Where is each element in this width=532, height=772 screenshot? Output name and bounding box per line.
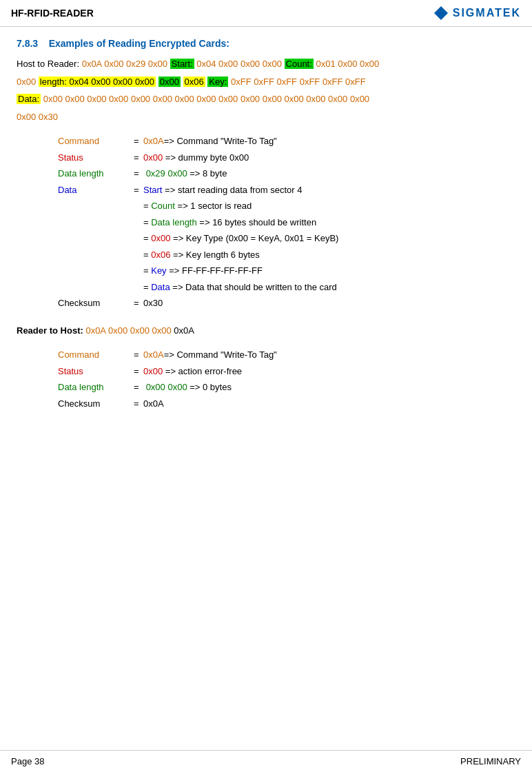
key-hex: 0xFF 0xFF 0xFF 0xFF 0xFF 0xFF [228, 77, 365, 87]
table-row: = Data => Data that should be written to… [58, 281, 515, 294]
table-row: = Data length => 16 bytes should be writ… [58, 216, 515, 230]
row-label [58, 199, 134, 213]
row-eq [134, 264, 143, 278]
row-eq: = [134, 348, 143, 362]
host-to-reader-line4: 0x00 0x30 [17, 110, 515, 124]
table-row: Checksum = 0x30 [58, 296, 515, 310]
row-value: = Key => FF-FF-FF-FF-FF-FF [143, 264, 515, 278]
row-eq: = [134, 151, 143, 165]
hex0x06: 0x06 [183, 77, 205, 87]
length-label: length: 0x04 0x00 0x00 0x00 [39, 77, 156, 87]
row-value: 0x0A [143, 397, 515, 411]
reader-label: Reader to Host: [17, 325, 85, 336]
row-eq: = [134, 134, 143, 148]
row-label: Checksum [58, 296, 134, 310]
host-to-reader-line3: Data: 0x00 0x00 0x00 0x00 0x00 0x00 0x00… [17, 92, 515, 106]
data-label: Data: [17, 94, 41, 104]
row-label [58, 232, 134, 245]
table-row: Status = 0x00 => action error-free [58, 365, 515, 378]
reader-hex2: 0x00 0x00 [130, 325, 172, 336]
host-to-reader-line: Host to Reader: 0x0A 0x00 0x29 0x00 Star… [17, 57, 515, 71]
row-eq [134, 199, 143, 213]
host-table: Command = 0x0A=> Command "Write-To Tag" … [58, 134, 515, 310]
row-label: Command [58, 134, 134, 148]
sigmatek-logo-icon [433, 6, 449, 21]
row-eq: = [134, 380, 143, 394]
host-hex: 0x0A 0x00 0x29 0x00 [82, 59, 167, 69]
row-value: 0x30 [143, 296, 515, 310]
reader-to-host-section: Reader to Host: 0x0A 0x00 0x00 0x00 0x0A… [17, 324, 515, 411]
row-eq [134, 216, 143, 230]
row-value: = Data length => 16 bytes should be writ… [143, 216, 515, 230]
table-row: Status = 0x00 => dummy byte 0x00 [58, 151, 515, 165]
row-eq [134, 232, 143, 245]
row-value: 0x00 0x00 => 0 bytes [143, 380, 515, 394]
row-value: = 0x00 => Key Type (0x00 = KeyA, 0x01 = … [143, 232, 515, 245]
svg-marker-0 [434, 6, 448, 20]
row-value: 0x29 0x00 => 8 byte [143, 167, 515, 181]
section-number: 7.8.3 [17, 38, 38, 49]
row-eq [134, 248, 143, 262]
row-value: 0x0A=> Command "Write-To Tag" [143, 134, 515, 148]
count-hex2: 0x00 [17, 77, 36, 87]
section-title: 7.8.3 Examples of Reading Encrypted Card… [17, 38, 515, 49]
row-value: 0x00 => action error-free [143, 365, 515, 378]
row-eq: = [134, 365, 143, 378]
row-eq: = [134, 296, 143, 310]
row-value: = Data => Data that should be written to… [143, 281, 515, 294]
row-label [58, 216, 134, 230]
row-value: = 0x06 => Key length 6 bytes [143, 248, 515, 262]
row-label: Checksum [58, 397, 134, 411]
row-label: Command [58, 348, 134, 362]
host-to-reader-label: Host to Reader: [17, 59, 82, 69]
count-label: Count: [285, 59, 314, 69]
table-row: Data = Start => start reading data from … [58, 183, 515, 197]
row-label: Data length [58, 167, 134, 181]
table-row: = Key => FF-FF-FF-FF-FF-FF [58, 264, 515, 278]
count-hex: 0x01 0x00 0x00 [314, 59, 379, 69]
table-row: = 0x06 => Key length 6 bytes [58, 248, 515, 262]
hex0x00: 0x00 [158, 77, 181, 87]
table-row: Data length = 0x00 0x00 => 0 bytes [58, 380, 515, 394]
table-row: Command = 0x0A=> Command "Write-To Tag" [58, 348, 515, 362]
row-label [58, 264, 134, 278]
page-content: 7.8.3 Examples of Reading Encrypted Card… [0, 27, 532, 432]
row-eq [134, 281, 143, 294]
row-eq: = [134, 397, 143, 411]
page-header: HF-RFID-READER SIGMATEK [0, 0, 532, 27]
reader-table: Command = 0x0A=> Command "Write-To Tag" … [58, 348, 515, 410]
table-row: = 0x00 => Key Type (0x00 = KeyA, 0x01 = … [58, 232, 515, 245]
row-value: 0x00 => dummy byte 0x00 [143, 151, 515, 165]
key-label: Key: [207, 77, 228, 87]
logo-container: SIGMATEK [433, 6, 521, 21]
host-to-reader-line2: 0x00 length: 0x04 0x00 0x00 0x00 0x00 0x… [17, 75, 515, 89]
page-footer: Page 38 PRELIMINARY [0, 750, 532, 772]
section-heading: Examples of Reading Encrypted Cards: [49, 38, 229, 49]
row-label: Data length [58, 380, 134, 394]
row-value: = Count => 1 sector is read [143, 199, 515, 213]
row-label: Data [58, 183, 134, 197]
page-number: Page 38 [11, 756, 44, 766]
row-eq: = [134, 183, 143, 197]
document-status: PRELIMINARY [460, 756, 521, 766]
table-row: Data length = 0x29 0x00 => 8 byte [58, 167, 515, 181]
document-title: HF-RFID-READER [11, 8, 94, 19]
row-label [58, 248, 134, 262]
row-eq: = [134, 167, 143, 181]
row-label [58, 281, 134, 294]
table-row: Command = 0x0A=> Command "Write-To Tag" [58, 134, 515, 148]
table-row: = Count => 1 sector is read [58, 199, 515, 213]
data-hex2: 0x00 0x30 [17, 112, 58, 122]
logo-text: SIGMATEK [453, 7, 521, 19]
row-value: Start => start reading data from sector … [143, 183, 515, 197]
row-label: Status [58, 151, 134, 165]
row-value: 0x0A=> Command "Write-To Tag" [143, 348, 515, 362]
reader-to-host-line: Reader to Host: 0x0A 0x00 0x00 0x00 0x0A [17, 324, 515, 338]
start-label: Start: [170, 59, 194, 69]
row-label: Status [58, 365, 134, 378]
reader-hex: 0x0A 0x00 [85, 325, 127, 336]
start-hex: 0x04 0x00 0x00 0x00 [194, 59, 282, 69]
data-hex: 0x00 0x00 0x00 0x00 0x00 0x00 0x00 0x00 … [41, 94, 369, 104]
table-row: Checksum = 0x0A [58, 397, 515, 411]
